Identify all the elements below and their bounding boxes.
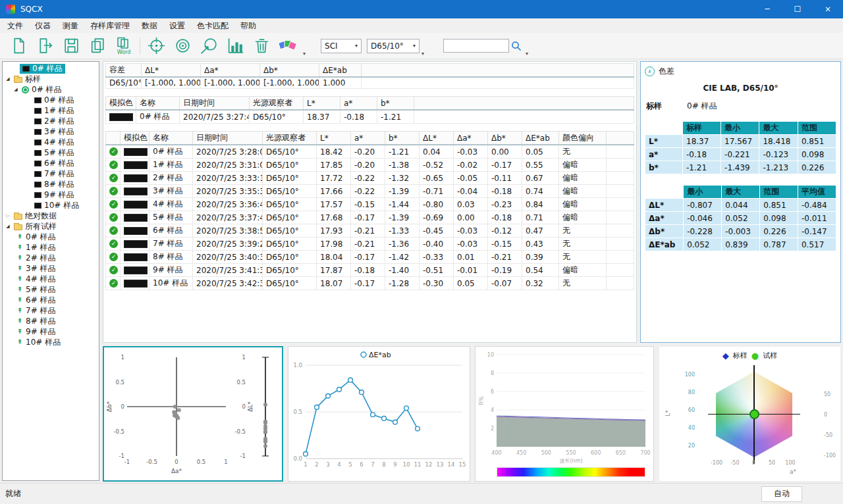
export-button[interactable] bbox=[32, 35, 58, 57]
tree-standard-sample[interactable]: 4# 样品 bbox=[3, 137, 99, 147]
tolerance-row[interactable]: D65/10°[-1.000, 1.000][-1.000, 1.000][-1… bbox=[106, 77, 634, 89]
delete-button[interactable] bbox=[248, 35, 275, 57]
delta-e-trend-chart[interactable]: ΔE*ab0.00.51.0123456789101112131415 bbox=[288, 346, 470, 482]
menu-item-2[interactable]: 仪器 bbox=[29, 18, 57, 33]
tree-folder-samples[interactable]: ◢所有试样 bbox=[3, 221, 99, 232]
sample-row[interactable]: ✓9# 样品2020/7/25 3:41:34D65/10°17.87-0.18… bbox=[106, 264, 634, 277]
minimize-button[interactable]: ─ bbox=[752, 0, 782, 18]
sample-row[interactable]: ✓4# 样品2020/7/25 3:36:41D65/10°17.57-0.15… bbox=[106, 198, 634, 211]
tick-label: 2 bbox=[491, 426, 494, 432]
tree-sample-item[interactable]: ↟4# 样品 bbox=[3, 274, 99, 284]
toolbar-overflow-icon[interactable]: ▾ bbox=[303, 51, 306, 57]
menu-item-5[interactable]: 数据 bbox=[136, 18, 163, 33]
tree-sample-item[interactable]: ↟1# 样品 bbox=[3, 242, 99, 253]
search-button[interactable] bbox=[509, 35, 524, 57]
standard-row[interactable]: 0# 样品2020/7/25 3:27:48D65/10°18.37-0.18-… bbox=[106, 110, 634, 124]
sample-L: 17.57 bbox=[317, 198, 351, 211]
sample-row[interactable]: ✓1# 样品2020/7/25 3:31:07D65/10°17.85-0.20… bbox=[106, 159, 634, 172]
menu-item-6[interactable]: 设置 bbox=[163, 18, 191, 33]
save-icon bbox=[63, 37, 80, 55]
check-cell: ✓ bbox=[106, 159, 121, 172]
expander-open-icon[interactable]: ◢ bbox=[5, 76, 11, 82]
pass-check-icon: ✓ bbox=[109, 213, 118, 222]
copy-to-word-button[interactable]: Word bbox=[111, 35, 137, 57]
check-cell: ✓ bbox=[106, 224, 121, 238]
tree-standard-sample[interactable]: 5# 样品 bbox=[3, 147, 99, 158]
collapse-panel-button[interactable]: ∧ bbox=[645, 66, 655, 76]
stat-value: 0.787 bbox=[760, 238, 798, 251]
tick-label: 0.0 bbox=[293, 455, 302, 462]
tree-sample-item[interactable]: ↟0# 样品 bbox=[3, 232, 99, 242]
tree-standard-sample[interactable]: 3# 样品 bbox=[3, 126, 99, 137]
sample-row[interactable]: ✓10# 样品2020/7/25 3:42:32D65/10°18.07-0.1… bbox=[106, 277, 634, 290]
tree-standard-sample[interactable]: 1# 样品 bbox=[3, 105, 99, 116]
tree-standard-root[interactable]: ◢0# 样品 bbox=[3, 84, 99, 95]
toolbar-overflow-icon[interactable]: ▾ bbox=[526, 51, 528, 57]
tree-item-label: 2# 样品 bbox=[44, 116, 74, 127]
copy-button[interactable] bbox=[84, 35, 111, 57]
filler-cell bbox=[607, 198, 634, 211]
sample-row[interactable]: ✓3# 样品2020/7/25 3:35:30D65/10°17.66-0.22… bbox=[106, 185, 634, 198]
sample-row[interactable]: ✓7# 样品2020/7/25 3:39:24D65/10°17.98-0.21… bbox=[106, 238, 634, 251]
spectral-reflectance-chart[interactable]: 246810R%400450500550600650700波长(nm) bbox=[475, 346, 654, 482]
data-point bbox=[304, 452, 308, 457]
calibrate-button[interactable] bbox=[143, 35, 169, 57]
tree-item-label: 3# 样品 bbox=[44, 126, 74, 138]
tree-sample-item[interactable]: ↟10# 样品 bbox=[3, 337, 99, 347]
tree-standard-sample[interactable]: 9# 样品 bbox=[3, 189, 99, 200]
expander-open-icon[interactable]: ◢ bbox=[5, 224, 11, 229]
sample-L: 18.04 bbox=[317, 251, 351, 264]
sample-row[interactable]: ✓6# 样品2020/7/25 3:38:50D65/10°17.93-0.21… bbox=[106, 224, 634, 238]
sample-row[interactable]: ✓2# 样品2020/7/25 3:33:15D65/10°17.72-0.22… bbox=[106, 172, 634, 185]
expander-closed-icon[interactable]: ▷ bbox=[5, 213, 11, 218]
tree-sample-item[interactable]: ↟9# 样品 bbox=[3, 326, 99, 337]
scatter-point bbox=[263, 439, 267, 443]
tree-sample-item[interactable]: ↟3# 样品 bbox=[3, 263, 99, 274]
expander-open-icon[interactable]: ◢ bbox=[13, 87, 19, 92]
chart-view-button[interactable] bbox=[222, 35, 248, 57]
stat-row-label: a* bbox=[645, 148, 683, 161]
toolbar-overflow-icon[interactable]: ▾ bbox=[422, 51, 424, 57]
tree-standard-sample[interactable]: 10# 样品 bbox=[3, 200, 99, 211]
measure-sample-button[interactable] bbox=[196, 35, 222, 57]
tree-standard-sample[interactable]: 8# 样品 bbox=[3, 179, 99, 189]
maximize-button[interactable]: ☐ bbox=[782, 0, 813, 18]
sample-row[interactable]: ✓8# 样品2020/7/25 3:40:34D65/10°18.04-0.17… bbox=[106, 251, 634, 264]
tree-item-label: 0# 样品 bbox=[26, 232, 56, 243]
illuminant-observer-dropdown[interactable]: D65/10° ▾ bbox=[367, 39, 420, 53]
check-cell: ✓ bbox=[106, 277, 121, 290]
sci-mode-dropdown[interactable]: SCI ▾ bbox=[321, 39, 362, 53]
tree-sample-item[interactable]: ↟6# 样品 bbox=[3, 295, 99, 305]
delta-scatter-chart[interactable]: 10.50-0.5-1-1-0.500.51Δb*Δa*10.50-0.5-1Δ… bbox=[103, 346, 283, 482]
menu-item-7[interactable]: 色卡匹配 bbox=[191, 18, 234, 33]
tree-sample-item[interactable]: ↟2# 样品 bbox=[3, 253, 99, 263]
tree-current-standard[interactable]: 0# 样品 bbox=[3, 63, 99, 74]
menu-item-8[interactable]: 帮助 bbox=[234, 18, 262, 33]
cie-lab-chart[interactable]: ◆标样●试样L*10080604020500-50-100-100-500501… bbox=[659, 346, 841, 482]
tree-sample-item[interactable]: ↟8# 样品 bbox=[3, 316, 99, 326]
tree-sample-item[interactable]: ↟7# 样品 bbox=[3, 305, 99, 316]
close-button[interactable]: × bbox=[813, 0, 843, 18]
tree-standard-sample[interactable]: 7# 样品 bbox=[3, 168, 99, 179]
sample-dE: 0.67 bbox=[522, 172, 559, 185]
sample-row[interactable]: ✓0# 样品2020/7/25 3:28:09D65/10°18.42-0.20… bbox=[106, 145, 634, 159]
measure-standard-button[interactable] bbox=[169, 35, 196, 57]
tree-standard-sample[interactable]: 2# 样品 bbox=[3, 116, 99, 126]
new-document-button[interactable] bbox=[5, 35, 32, 57]
tree-folder-standard[interactable]: ◢标样 bbox=[3, 74, 99, 84]
tree-item-body: 3# 样品 bbox=[32, 127, 77, 137]
menu-item-4[interactable]: 存样库管理 bbox=[84, 18, 136, 33]
tree-standard-sample[interactable]: 6# 样品 bbox=[3, 158, 99, 168]
menu-item-3[interactable]: 测量 bbox=[57, 18, 84, 33]
color-palette-button[interactable] bbox=[275, 35, 301, 57]
l-axis-label: L* bbox=[665, 410, 671, 416]
search-input[interactable] bbox=[443, 39, 509, 53]
menu-item-1[interactable]: 文件 bbox=[1, 18, 29, 33]
tree-sample-item[interactable]: ↟5# 样品 bbox=[3, 284, 99, 295]
save-button[interactable] bbox=[58, 35, 84, 57]
tree-standard-sample[interactable]: 0# 样品 bbox=[3, 95, 99, 105]
auto-mode-button[interactable]: 自动 bbox=[761, 486, 802, 502]
tree-folder-absolute[interactable]: ▷绝对数据 bbox=[3, 211, 99, 221]
sample-row[interactable]: ✓5# 样品2020/7/25 3:37:41D65/10°17.68-0.17… bbox=[106, 211, 634, 224]
sample-da: -0.04 bbox=[454, 185, 488, 198]
